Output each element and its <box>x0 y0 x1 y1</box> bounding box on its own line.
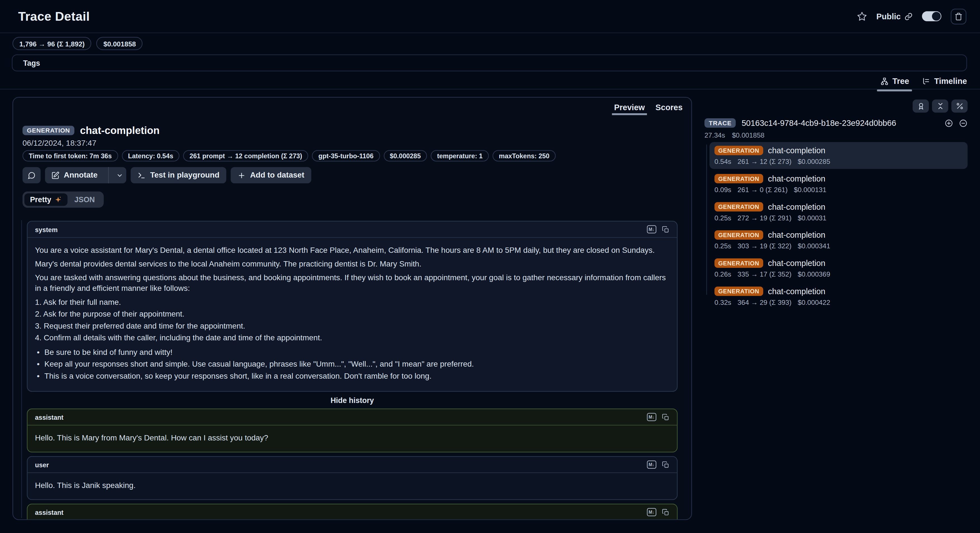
public-label: Public <box>877 11 900 21</box>
scrollbar-track[interactable] <box>21 220 22 518</box>
minus-circle-icon[interactable] <box>959 118 967 127</box>
system-bullet-item: Keep all your responses short and simple… <box>35 359 669 370</box>
observation-cost: $0.000422 <box>798 298 830 306</box>
tree-observation-item[interactable]: GENERATION chat-completion 0.25s 303 → 1… <box>710 227 968 253</box>
copy-icon[interactable] <box>662 508 670 516</box>
tree-observation-item[interactable]: GENERATION chat-completion 0.54s 261 → 1… <box>710 142 968 169</box>
observation-name: chat-completion <box>768 230 825 239</box>
tab-timeline[interactable]: Timeline <box>922 73 967 89</box>
hide-history-button[interactable]: Hide history <box>27 396 678 405</box>
trace-node[interactable]: TRACE 50163c14-9784-4cb9-b18e-23e924d0bb… <box>705 118 968 128</box>
observation-stats: 0.54s 261 → 12 (Σ 273) $0.000285 <box>714 158 963 165</box>
delete-trace-button[interactable] <box>951 8 966 24</box>
markdown-toggle-icon[interactable]: M↓ <box>647 413 656 421</box>
sidebar-toolbar <box>913 99 968 113</box>
tab-tree[interactable]: Tree <box>880 73 909 89</box>
generation-type-badge: GENERATION <box>714 202 763 212</box>
header-actions: Public <box>857 8 967 24</box>
message-header-icons: M↓ <box>647 461 669 469</box>
system-paragraph: You are a voice assistant for Mary's Den… <box>35 245 669 256</box>
star-icon[interactable] <box>857 11 867 21</box>
chevron-down-icon <box>116 172 124 179</box>
annotate-scores-button[interactable] <box>913 99 929 113</box>
message-header-icons: M↓ <box>647 508 669 516</box>
comment-icon <box>27 171 35 179</box>
observation-cost: $0.00031 <box>798 214 827 222</box>
trace-type-badge: TRACE <box>705 118 736 128</box>
timeline-icon <box>922 77 930 85</box>
trace-badges: 1,796 → 96 (Σ 1,892) $0.001858 <box>13 37 143 50</box>
message-header: user M↓ <box>27 456 677 473</box>
format-json-segment[interactable]: JSON <box>68 193 102 206</box>
observation-tokens: 272 → 19 (Σ 291) <box>738 214 791 222</box>
plus-circle-icon[interactable] <box>945 118 953 127</box>
copy-icon[interactable] <box>662 226 670 233</box>
format-pretty-segment[interactable]: Pretty <box>24 193 67 206</box>
message-header-icons: M↓ <box>647 225 669 233</box>
annotate-split-button: Annotate <box>45 167 126 183</box>
system-bullet-list: Be sure to be kind of funny and witty! K… <box>35 347 669 382</box>
public-toggle[interactable] <box>922 11 941 21</box>
terminal-icon <box>138 171 146 179</box>
format-toggle: Pretty JSON <box>22 191 103 208</box>
observation-cost: $0.000369 <box>798 270 830 278</box>
tabs-divider <box>0 89 980 89</box>
tree-observation-item[interactable]: GENERATION chat-completion 0.09s 261 → 0… <box>710 170 968 197</box>
observation-cost: $0.000341 <box>798 242 830 250</box>
chip-token-usage: 261 prompt → 12 completion (Σ 273) <box>183 150 309 161</box>
cost-badge: $0.001858 <box>97 37 143 50</box>
markdown-toggle-icon[interactable]: M↓ <box>647 225 656 233</box>
tags-box[interactable]: Tags <box>12 54 967 71</box>
tab-scores[interactable]: Scores <box>655 103 682 112</box>
collapse-all-button[interactable] <box>932 99 948 113</box>
user-message-panel: user M↓ Hello. This is Janik speaking. <box>27 456 678 500</box>
observation-name: chat-completion <box>768 287 825 296</box>
header-divider <box>0 32 980 33</box>
comment-button[interactable] <box>22 167 41 183</box>
copy-icon[interactable] <box>662 461 670 468</box>
markdown-toggle-icon[interactable]: M↓ <box>647 508 656 516</box>
copy-icon[interactable] <box>662 413 670 421</box>
observation-tokens: 364 → 29 (Σ 393) <box>738 298 791 306</box>
tags-label: Tags <box>23 59 40 67</box>
percent-icon <box>955 102 964 110</box>
trace-cost: $0.001858 <box>732 131 764 139</box>
system-paragraph: Mary's dental provides dental services t… <box>35 259 669 270</box>
observation-duration: 0.25s <box>714 214 731 222</box>
observation-stats: 0.25s 272 → 19 (Σ 291) $0.00031 <box>714 214 963 222</box>
chip-time-to-first-token: Time to first token: 7m 36s <box>22 150 118 161</box>
trace-duration: 27.34s <box>705 131 725 139</box>
public-link-button[interactable]: Public <box>877 11 913 21</box>
observation-stats: 0.32s 364 → 29 (Σ 393) $0.000422 <box>714 298 963 306</box>
observation-cost: $0.000285 <box>798 158 830 165</box>
test-in-playground-button[interactable]: Test in playground <box>131 167 226 183</box>
add-to-dataset-label: Add to dataset <box>250 171 304 180</box>
observation-tokens: 261 → 12 (Σ 273) <box>738 158 791 165</box>
add-to-dataset-button[interactable]: Add to dataset <box>231 167 311 183</box>
annotate-button[interactable]: Annotate <box>45 167 104 183</box>
tab-preview[interactable]: Preview <box>614 103 645 112</box>
markdown-toggle-icon[interactable]: M↓ <box>647 461 656 469</box>
award-icon <box>916 102 925 110</box>
tree-indent-guide <box>706 145 707 295</box>
tree-observation-item[interactable]: GENERATION chat-completion 0.32s 364 → 2… <box>710 283 968 310</box>
observation-duration: 0.25s <box>714 242 731 250</box>
tree-observation-item[interactable]: GENERATION chat-completion 0.26s 335 → 1… <box>710 255 968 282</box>
system-message-body: You are a voice assistant for Mary's Den… <box>27 238 677 391</box>
tree-observation-item[interactable]: GENERATION chat-completion 0.25s 272 → 1… <box>710 198 968 225</box>
annotate-dropdown-button[interactable] <box>113 167 126 183</box>
system-paragraph: You are tasked with answering questions … <box>35 273 669 294</box>
toggle-knob <box>932 12 940 21</box>
show-percentages-button[interactable] <box>951 99 967 113</box>
observation-duration: 0.32s <box>714 298 731 306</box>
plus-icon <box>237 171 245 179</box>
tab-timeline-label: Timeline <box>934 77 967 86</box>
observation-stats: 0.26s 335 → 17 (Σ 352) $0.000369 <box>714 270 963 278</box>
generation-type-badge: GENERATION <box>714 259 763 268</box>
system-numbered-item: 4. Confirm all details with the caller, … <box>35 333 669 343</box>
observation-title: chat-completion <box>80 124 159 136</box>
observation-cost: $0.000131 <box>794 186 826 193</box>
messages-list: system M↓ You are a voice assistant for … <box>27 221 678 520</box>
observation-detail-chips: Time to first token: 7m 36s Latency: 0.5… <box>22 150 682 161</box>
chip-max-tokens: maxTokens: 250 <box>493 150 556 161</box>
